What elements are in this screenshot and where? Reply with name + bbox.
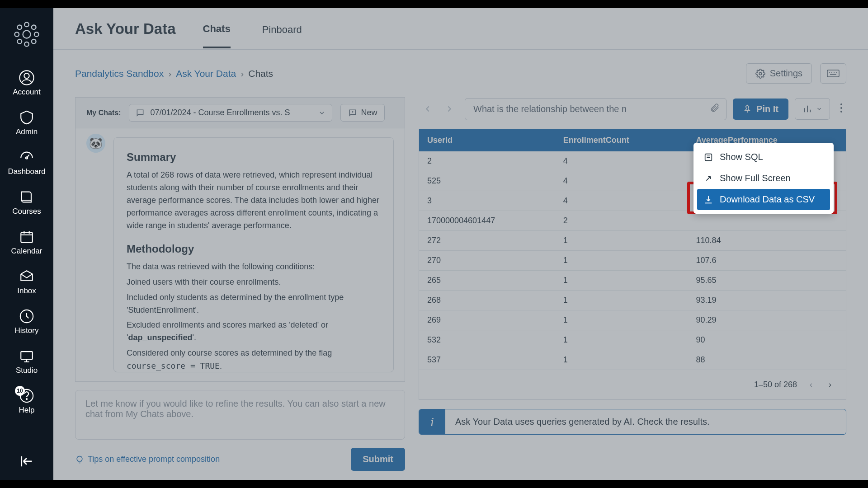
- svg-point-5: [17, 25, 22, 29]
- attachment-icon[interactable]: [710, 103, 720, 115]
- more-menu-button[interactable]: [836, 97, 846, 121]
- expand-icon: [703, 174, 713, 183]
- table-row[interactable]: 269190.29: [419, 310, 846, 330]
- table-row[interactable]: 532190: [419, 330, 846, 350]
- pagination: 1–50 of 268 ‹ ›: [419, 370, 846, 400]
- nav-studio[interactable]: Studio: [0, 343, 53, 380]
- nav-calendar[interactable]: Calendar: [0, 224, 53, 260]
- summary-text: A total of 268 rows of data were retriev…: [127, 169, 381, 232]
- nav-dashboard[interactable]: Dashboard: [0, 145, 53, 181]
- pagination-range: 1–50 of 268: [754, 380, 797, 389]
- svg-point-6: [32, 25, 36, 29]
- nav-label: Help: [19, 406, 35, 415]
- new-chat-button[interactable]: New: [340, 104, 385, 122]
- svg-point-20: [840, 107, 842, 109]
- nav-label: Inbox: [17, 286, 36, 296]
- nav-label: Account: [13, 88, 40, 97]
- nav-inbox[interactable]: Inbox: [0, 264, 53, 300]
- nav-account[interactable]: Account: [0, 65, 53, 101]
- svg-point-2: [24, 42, 29, 47]
- info-banner: i Ask Your Data uses queries generated b…: [419, 409, 846, 435]
- assistant-avatar: 🐼: [86, 134, 105, 153]
- chart-type-button[interactable]: [795, 98, 830, 120]
- svg-point-4: [34, 32, 39, 37]
- next-page-button[interactable]: ›: [825, 378, 835, 391]
- nav-courses[interactable]: Courses: [0, 184, 53, 221]
- kebab-icon: [840, 103, 843, 113]
- prev-query-button[interactable]: [419, 100, 437, 118]
- chevron-right-icon: ›: [168, 68, 171, 79]
- breadcrumb: Pandalytics Sandbox › Ask Your Data › Ch…: [75, 68, 273, 79]
- query-input[interactable]: What is the relationship between the n: [465, 98, 726, 120]
- svg-point-0: [23, 31, 31, 38]
- nav-help[interactable]: 10 Help: [0, 383, 53, 419]
- pin-it-button[interactable]: Pin It: [733, 99, 788, 120]
- nav-label: Admin: [16, 127, 38, 136]
- gear-icon: [755, 69, 765, 79]
- more-dropdown-menu: Show SQL Show Full Screen Download Data …: [693, 143, 834, 214]
- submit-button[interactable]: Submit: [351, 448, 405, 471]
- nav-admin[interactable]: Admin: [0, 105, 53, 141]
- sql-icon: [703, 152, 713, 162]
- pin-icon: [743, 104, 752, 113]
- nav-label: Studio: [16, 366, 38, 375]
- settings-button[interactable]: Settings: [746, 63, 812, 84]
- chevron-right-icon: ›: [241, 68, 244, 79]
- svg-point-10: [24, 73, 29, 78]
- svg-rect-12: [21, 232, 33, 243]
- breadcrumb-link[interactable]: Ask Your Data: [176, 68, 236, 79]
- table-row[interactable]: 2721110.84: [419, 231, 846, 251]
- table-row[interactable]: 265195.65: [419, 271, 846, 291]
- svg-point-17: [759, 72, 762, 75]
- info-icon: i: [419, 409, 445, 434]
- table-row[interactable]: 268193.19: [419, 291, 846, 310]
- nav-history[interactable]: History: [0, 304, 53, 340]
- chevron-down-icon: [816, 106, 822, 112]
- svg-point-16: [26, 399, 27, 399]
- keyboard-button[interactable]: [820, 63, 846, 84]
- table-row[interactable]: 537188: [419, 350, 846, 370]
- tab-chats[interactable]: Chats: [203, 9, 231, 48]
- chat-icon: [136, 108, 145, 117]
- my-chats-label: My Chats:: [86, 109, 121, 117]
- lightbulb-icon: [75, 455, 84, 464]
- svg-point-3: [14, 32, 19, 37]
- chats-bar: My Chats: 07/01/2024 - Course Enrollment…: [75, 97, 405, 128]
- bar-chart-icon: [802, 104, 812, 114]
- nav-label: Dashboard: [8, 167, 45, 176]
- column-header[interactable]: UserId: [419, 129, 555, 152]
- keyboard-icon: [827, 68, 840, 77]
- svg-point-19: [840, 103, 842, 105]
- chat-select[interactable]: 07/01/2024 - Course Enrollments vs. S: [129, 104, 332, 122]
- breadcrumb-link[interactable]: Pandalytics Sandbox: [75, 68, 164, 79]
- response-card: Summary A total of 268 rows of data were…: [113, 137, 394, 372]
- svg-rect-14: [21, 352, 33, 359]
- table-row[interactable]: 2701107.6: [419, 251, 846, 271]
- svg-point-1: [24, 22, 29, 27]
- table-row[interactable]: 1700000046014472: [419, 211, 846, 231]
- page-title: Ask Your Data: [75, 20, 176, 38]
- prev-page-button[interactable]: ‹: [806, 378, 816, 391]
- breadcrumb-current: Chats: [248, 68, 273, 79]
- svg-point-21: [840, 111, 842, 113]
- next-query-button[interactable]: [440, 100, 458, 118]
- svg-rect-22: [705, 154, 712, 160]
- prompt-input[interactable]: Let me know if you would like to refine …: [75, 390, 405, 440]
- download-csv-item[interactable]: Download Data as CSV: [697, 189, 830, 210]
- tab-pinboard[interactable]: Pinboard: [262, 10, 302, 47]
- nav-label: Courses: [12, 207, 41, 216]
- nav-collapse[interactable]: [19, 454, 34, 471]
- methodology-heading: Methodology: [127, 240, 381, 257]
- full-screen-item[interactable]: Show Full Screen: [693, 168, 834, 189]
- svg-point-8: [32, 39, 36, 44]
- global-nav: Account Admin Dashboard Courses Calendar…: [0, 8, 53, 480]
- svg-point-7: [17, 39, 22, 44]
- tips-link[interactable]: Tips on effective prompt composition: [75, 455, 220, 464]
- new-chat-icon: [348, 108, 357, 117]
- svg-rect-18: [827, 70, 839, 77]
- download-icon: [703, 195, 713, 205]
- show-sql-item[interactable]: Show SQL: [693, 146, 834, 168]
- help-badge: 10: [15, 386, 25, 396]
- column-header[interactable]: EnrollmentCount: [555, 129, 688, 152]
- app-logo[interactable]: [13, 21, 40, 48]
